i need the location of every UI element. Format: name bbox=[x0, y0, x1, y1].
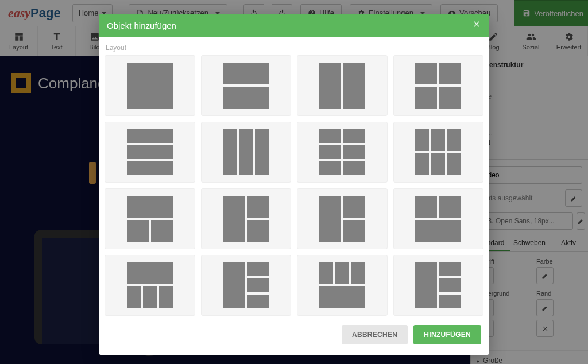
add-object-modal: Objekt hinzufügen Layout bbox=[99, 14, 489, 355]
layout-templates-grid bbox=[105, 55, 483, 316]
layout-template-1x1[interactable] bbox=[105, 55, 195, 116]
layout-template-top-2bottom[interactable] bbox=[105, 188, 195, 249]
layout-template-2x3[interactable] bbox=[297, 122, 388, 183]
modal-title: Objekt hinzufügen bbox=[107, 21, 176, 30]
modal-close-button[interactable] bbox=[472, 20, 481, 32]
layout-template-3left-right[interactable] bbox=[393, 255, 484, 316]
layout-template-3top-bottom[interactable] bbox=[297, 255, 388, 316]
layout-template-2x2[interactable] bbox=[393, 55, 484, 116]
modal-cancel-button[interactable]: ABBRECHEN bbox=[342, 325, 408, 344]
close-icon bbox=[472, 20, 481, 29]
layout-template-2cols[interactable] bbox=[297, 55, 388, 116]
layout-template-2rows[interactable] bbox=[201, 55, 292, 116]
layout-template-left-2right[interactable] bbox=[201, 188, 292, 249]
layout-template-2top-bottom[interactable] bbox=[393, 188, 484, 249]
modal-add-button[interactable]: HINZUFÜGEN bbox=[413, 325, 481, 344]
modal-overlay[interactable]: Objekt hinzufügen Layout bbox=[0, 0, 588, 364]
layout-template-3x2[interactable] bbox=[393, 122, 484, 183]
layout-template-3rows[interactable] bbox=[105, 122, 195, 183]
modal-footer: ABBRECHEN HINZUFÜGEN bbox=[99, 316, 489, 355]
modal-section-label: Layout bbox=[105, 42, 483, 55]
layout-template-top-3bottom[interactable] bbox=[105, 255, 195, 316]
layout-template-2left-right[interactable] bbox=[297, 188, 388, 249]
modal-header: Objekt hinzufügen bbox=[99, 14, 489, 37]
layout-template-3cols[interactable] bbox=[201, 122, 292, 183]
layout-template-left-3right[interactable] bbox=[201, 255, 292, 316]
